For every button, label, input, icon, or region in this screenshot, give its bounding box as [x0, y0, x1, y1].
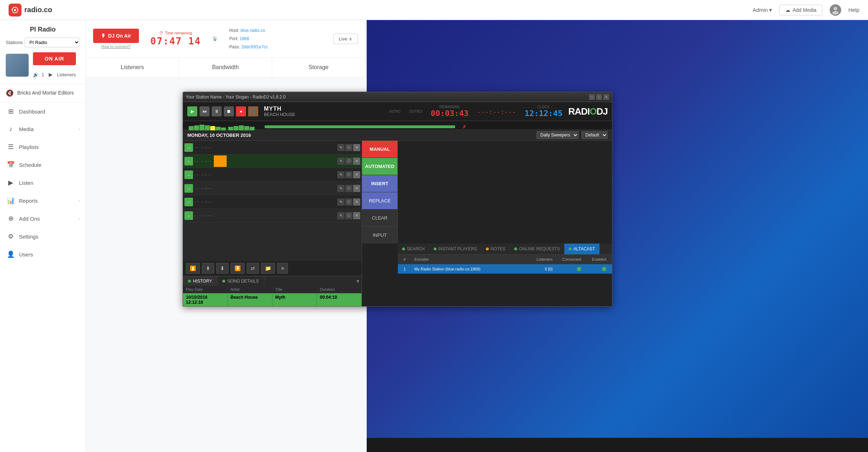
online-requests-tab[interactable]: ONLINE REQUESTS	[510, 244, 564, 254]
info-btn-6[interactable]: ⓘ	[345, 212, 352, 219]
date-display: MONDAY, 10 OCTOBER 2016	[187, 133, 251, 138]
listeners-stat[interactable]: Listeners	[86, 58, 179, 77]
station-select[interactable]: PI Radio	[25, 38, 80, 47]
del-btn-3[interactable]: ✕	[353, 171, 360, 178]
altacast-tab[interactable]: ALTACAST	[564, 244, 599, 254]
history-row-1[interactable]: 10/10/2016 12:12:18 Beach House Myth 00:…	[183, 293, 362, 306]
add-media-button[interactable]: ☁ Add Media	[779, 5, 823, 15]
sidebar-item-playlists[interactable]: ☰ Playlists	[0, 138, 86, 156]
avatar-button[interactable]	[830, 4, 841, 16]
input-button[interactable]: INPUT	[362, 227, 397, 244]
notes-tab[interactable]: NOTES	[482, 244, 510, 254]
info-btn-1[interactable]: ⓘ	[345, 144, 352, 151]
altacast-header: # Encoder Listeners Connected Enabled	[398, 255, 612, 264]
history-scroll-btn[interactable]: ▼	[354, 277, 362, 286]
row-encoder: My Radio Station (blue.radio.co:1868)	[411, 266, 527, 272]
manual-button[interactable]: MANUAL	[362, 141, 397, 158]
move-top-button[interactable]: ⏫	[186, 263, 200, 274]
del-btn-6[interactable]: ✕	[353, 212, 360, 219]
record-button[interactable]: ●	[236, 106, 246, 116]
minimize-button[interactable]: ─	[589, 94, 595, 100]
playlist-row-3: – -- --:-- ✎ ⓘ ✕	[183, 168, 362, 182]
stop-button[interactable]: ⏹	[224, 106, 234, 116]
playlist-play-5[interactable]: –	[184, 198, 193, 206]
altacast-row-1[interactable]: 1 My Radio Station (blue.radio.co:1868) …	[398, 264, 612, 274]
close-button[interactable]: ✕	[603, 94, 609, 100]
how-to-connect-link[interactable]: How to connect?	[101, 44, 131, 49]
sidebar-item-dashboard[interactable]: ⊞ Dashboard	[0, 102, 86, 120]
playlist-play-3[interactable]: –	[184, 170, 193, 179]
info-btn-3[interactable]: ⓘ	[345, 171, 352, 178]
edit-btn-2[interactable]: ✎	[337, 158, 344, 165]
search-tab[interactable]: SEARCH	[398, 244, 429, 254]
live-button[interactable]: Live ∧	[333, 34, 358, 44]
pause-button[interactable]: ⏸	[212, 106, 222, 116]
col-duration: Duration	[317, 286, 362, 293]
info-btn-2[interactable]: ⓘ	[345, 158, 352, 165]
clear-button[interactable]: CLEAR	[362, 210, 397, 227]
help-button[interactable]: Help	[848, 7, 859, 13]
move-up-button[interactable]: ⬆	[202, 263, 214, 274]
del-btn-2[interactable]: ✕	[353, 158, 360, 165]
automated-button[interactable]: AUTOMATED	[362, 158, 397, 175]
menu-button[interactable]: ≡	[277, 263, 288, 274]
insert-button[interactable]: INSERT	[362, 175, 397, 192]
playlist-play-6[interactable]: –	[184, 211, 193, 220]
sidebar-item-reports[interactable]: 📊 Reports ›	[0, 192, 86, 210]
play-mini-button[interactable]: ▶	[47, 71, 54, 78]
instant-players-tab[interactable]: INSTANT PLAYERS	[429, 244, 482, 254]
sidebar-item-listen[interactable]: ▶ Listen	[0, 174, 86, 192]
intro-label: INTRO	[389, 110, 400, 114]
row-connected	[555, 266, 584, 272]
dj-on-air-button[interactable]: 🎙 DJ On Air	[93, 29, 139, 43]
mic-icon: 🎙	[101, 33, 106, 39]
history-tab[interactable]: HISTORY	[183, 277, 217, 286]
users-icon: 👤	[7, 250, 15, 258]
info-btn-4[interactable]: ⓘ	[345, 185, 352, 192]
nav-label-schedule: Schedule	[19, 162, 80, 168]
storage-stat[interactable]: Storage	[272, 58, 365, 77]
playlist-play-1[interactable]: –	[184, 143, 193, 152]
playlist-btns-1: ✎ ⓘ ✕	[337, 144, 360, 151]
song-details-tab[interactable]: SONG DETAILS	[217, 277, 264, 286]
dashboard-icon: ⊞	[7, 107, 15, 115]
search-tab-label: SEARCH	[407, 246, 425, 251]
settings-icon: ⚙	[7, 232, 15, 240]
nav-label-settings: Settings	[19, 234, 80, 240]
edit-btn-6[interactable]: ✎	[337, 212, 344, 219]
shuffle-button[interactable]: ⇄	[247, 263, 259, 274]
move-down-button[interactable]: ⬇	[216, 263, 228, 274]
replace-button[interactable]: REPLACE	[362, 192, 397, 210]
bricks-mortar-item[interactable]: 🔇 Bricks And Mortar Editors	[0, 84, 86, 102]
svg-rect-7	[6, 54, 29, 77]
edit-btn-4[interactable]: ✎	[337, 185, 344, 192]
del-btn-4[interactable]: ✕	[353, 185, 360, 192]
playlist-time-1: -- --:--	[194, 145, 212, 149]
now-playing-bar: ▶ ⏮ ⏸ ⏹ ● 🎵 MYTH BEACH HOUSE INTRO O	[183, 102, 612, 121]
sidebar-item-users[interactable]: 👤 Users	[0, 245, 86, 263]
prev-button[interactable]: ⏮	[199, 106, 209, 116]
progress-bar[interactable]	[265, 125, 455, 128]
del-btn-5[interactable]: ✕	[353, 198, 360, 206]
edit-btn-1[interactable]: ✎	[337, 144, 344, 151]
folder-button[interactable]: 📁	[261, 263, 275, 274]
play-button[interactable]: ▶	[187, 106, 197, 116]
move-bottom-button[interactable]: ⏬	[231, 263, 245, 274]
station-name: PI Radio	[6, 26, 80, 33]
song-details-dot	[222, 280, 225, 283]
sidebar-item-schedule[interactable]: 📅 Schedule	[0, 156, 86, 174]
playlist-play-4[interactable]: –	[184, 184, 193, 193]
bandwidth-stat[interactable]: Bandwidth	[179, 58, 272, 77]
maximize-button[interactable]: □	[596, 94, 602, 100]
info-btn-5[interactable]: ⓘ	[345, 198, 352, 206]
sidebar-item-settings[interactable]: ⚙ Settings	[0, 227, 86, 245]
nav-label-media: Media	[19, 126, 74, 132]
playlist-play-2[interactable]: –	[184, 157, 193, 165]
sidebar-item-media[interactable]: ♪ Media ›	[0, 120, 86, 138]
del-btn-1[interactable]: ✕	[353, 144, 360, 151]
admin-button[interactable]: Admin ▾	[753, 7, 772, 13]
edit-btn-3[interactable]: ✎	[337, 171, 344, 178]
edit-btn-5[interactable]: ✎	[337, 198, 344, 206]
on-air-button[interactable]: ON AIR	[33, 52, 76, 65]
sidebar-item-addons[interactable]: ⊕ Add Ons ›	[0, 210, 86, 227]
